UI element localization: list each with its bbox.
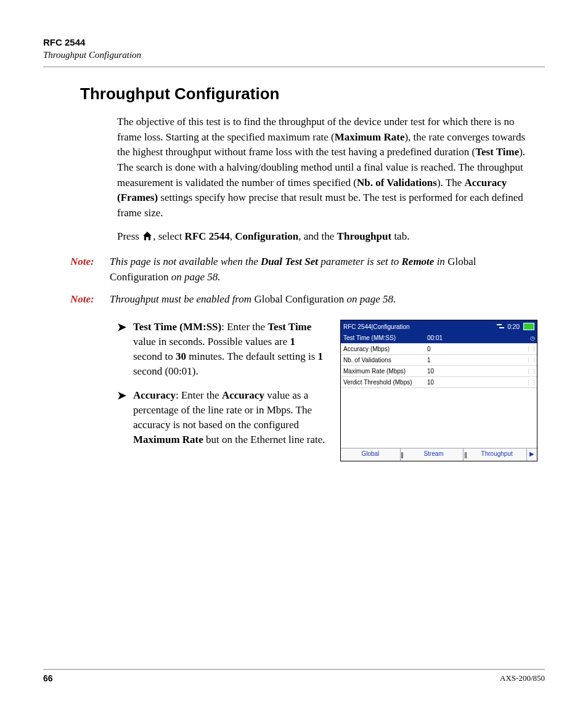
device-model: AXS-200/850 [500, 673, 545, 683]
connection-icon [497, 323, 504, 330]
device-row-accuracy[interactable]: Accuracy (Mbps) 0 ⋮⋮ [341, 344, 537, 355]
footer-rule [43, 669, 545, 670]
device-row-validations[interactable]: Nb. of Validations 1 ⋮⋮ [341, 355, 537, 366]
note-label: Note: [70, 292, 110, 307]
press-instruction: Press , select RFC 2544, Configuration, … [117, 229, 533, 246]
bullet-accuracy: ➤ Accuracy: Enter the Accuracy value as … [117, 388, 325, 448]
note-label: Note: [70, 254, 110, 285]
bullet-test-time: ➤ Test Time (MM:SS): Enter the Test Time… [117, 320, 325, 379]
device-row-max-rate[interactable]: Maximum Rate (Mbps) 10 ⋮⋮ [341, 366, 537, 377]
grip-icon: ⋮⋮ [526, 368, 537, 375]
page-title: Throughput Configuration [80, 84, 545, 103]
tab-scroll-right[interactable]: ▶ [527, 448, 537, 461]
header-rule [43, 67, 545, 67]
running-chapter: RFC 2544 [43, 37, 545, 47]
grip-icon: ⋮⋮ [526, 379, 537, 386]
battery-icon [523, 323, 534, 330]
device-titlebar: RFC 2544|Configuration 0:20 [341, 320, 537, 333]
device-title-text: RFC 2544|Configuration [343, 323, 497, 330]
device-row-verdict[interactable]: Verdict Threshold (Mbps) 10 ⋮⋮ [341, 377, 537, 388]
device-clock: 0:20 [508, 323, 520, 330]
device-row-test-time[interactable]: Test Time (MM:SS) 00:01 ◷ [341, 333, 537, 344]
device-screenshot: RFC 2544|Configuration 0:20 Test Time (M… [340, 320, 537, 461]
bullet-arrow-icon: ➤ [117, 388, 133, 448]
tab-throughput[interactable]: Throughput [467, 448, 527, 461]
device-rows: Test Time (MM:SS) 00:01 ◷ Accuracy (Mbps… [341, 333, 537, 448]
clock-icon: ◷ [528, 335, 537, 341]
device-tabs: Global ‖ Stream ‖ Throughput ▶ [341, 448, 537, 461]
home-icon [142, 230, 153, 246]
grip-icon: ⋮⋮ [526, 346, 537, 352]
page-number: 66 [43, 673, 53, 683]
note-1: Note: This page is not available when th… [70, 254, 545, 285]
running-section: Throughput Configuration [43, 50, 545, 60]
intro-paragraph: The objective of this test is to find th… [117, 115, 533, 221]
tab-global[interactable]: Global [341, 448, 401, 461]
tab-stream[interactable]: Stream [404, 448, 464, 461]
grip-icon: ⋮⋮ [526, 357, 537, 363]
note-2: Note: Throughput must be enabled from Gl… [70, 292, 545, 307]
bullet-arrow-icon: ➤ [117, 320, 133, 379]
